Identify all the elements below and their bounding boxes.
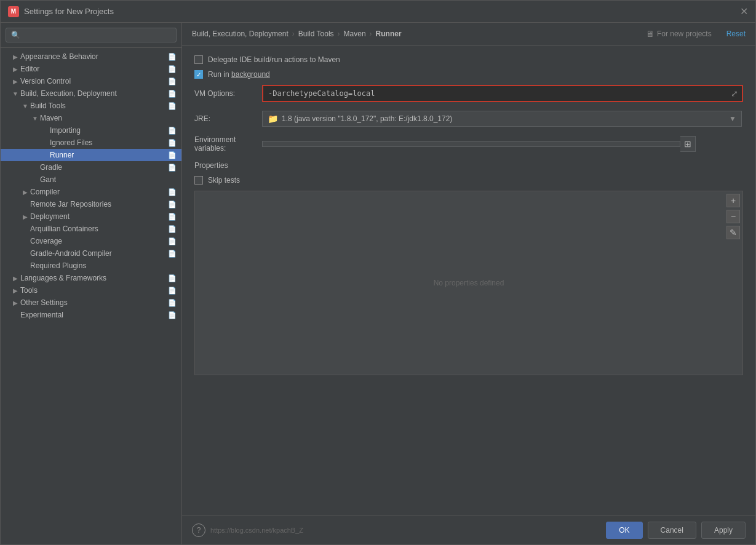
sidebar-item-appearance[interactable]: ▶ Appearance & Behavior 📄 [1, 50, 181, 63]
background-text: background [231, 70, 270, 79]
run-in-background-row: Run in background [194, 70, 743, 79]
vm-options-label: VM Options: [194, 89, 262, 98]
sidebar-item-build-tools[interactable]: ▼ Build Tools 📄 [1, 100, 181, 112]
app-icon: M [8, 6, 19, 17]
run-in-background-checkbox[interactable] [194, 70, 203, 79]
sidebar-item-ignored-files[interactable]: Ignored Files 📄 [1, 137, 181, 149]
for-new-projects-icon: 🖥 [646, 29, 655, 39]
delegate-row: Delegate IDE build/run actions to Maven [194, 55, 743, 64]
sidebar-item-label: Tools [20, 286, 168, 295]
settings-window: M Settings for New Projects ✕ ▶ Appearan… [0, 0, 756, 545]
breadcrumb-sep-2: › [338, 30, 340, 38]
jre-dropdown[interactable]: 📁 1.8 (java version "1.8.0_172", path: E… [262, 111, 742, 127]
tree-arrow: ▼ [10, 90, 20, 97]
sidebar-item-coverage[interactable]: Coverage 📄 [1, 235, 181, 247]
env-vars-label: Environment variables: [194, 135, 262, 153]
apply-button[interactable]: Apply [701, 522, 746, 539]
sidebar-item-gradle[interactable]: Gradle 📄 [1, 161, 181, 173]
sidebar-item-compiler[interactable]: ▶ Compiler 📄 [1, 186, 181, 198]
sidebar-item-label: Importing [50, 126, 168, 135]
no-properties-text: No properties defined [434, 279, 504, 287]
sidebar-item-label: Maven [40, 114, 177, 122]
window-title: Settings for New Projects [24, 7, 114, 16]
tree-arrow: ▶ [10, 300, 20, 306]
sidebar-item-label: Gradle [40, 163, 168, 172]
copy-icon: 📄 [168, 102, 177, 110]
breadcrumb-sep-1: › [292, 30, 295, 38]
sidebar-item-maven[interactable]: ▼ Maven [1, 112, 181, 124]
sidebar-item-label: Compiler [30, 188, 168, 196]
copy-icon: 📄 [168, 65, 177, 73]
expand-icon[interactable]: ⤢ [727, 86, 742, 101]
copy-icon: 📄 [168, 274, 177, 282]
jre-row: JRE: 📁 1.8 (java version "1.8.0_172", pa… [194, 111, 743, 127]
sidebar-item-version-control[interactable]: ▶ Version Control 📄 [1, 75, 181, 87]
copy-icon: 📄 [168, 78, 177, 86]
breadcrumb: Build, Execution, Deployment › Build Too… [192, 30, 646, 38]
tree-arrow: ▶ [10, 66, 20, 73]
skip-tests-checkbox[interactable] [194, 176, 203, 185]
add-property-button[interactable]: + [726, 194, 740, 207]
sidebar-item-label: Build, Execution, Deployment [20, 89, 168, 98]
properties-toolbar: + − ✎ [724, 191, 742, 242]
sidebar-item-gant[interactable]: Gant [1, 173, 181, 186]
sidebar-item-remote-jar[interactable]: Remote Jar Repositories 📄 [1, 198, 181, 210]
cancel-button[interactable]: Cancel [648, 522, 696, 539]
sidebar: ▶ Appearance & Behavior 📄 ▶ Editor 📄 ▶ V… [1, 23, 182, 544]
remove-property-button[interactable]: − [726, 210, 740, 223]
env-vars-button[interactable]: ⊞ [680, 136, 696, 152]
sidebar-item-required-plugins[interactable]: Required Plugins [1, 260, 181, 272]
copy-icon: 📄 [168, 311, 177, 319]
help-button[interactable]: ? [192, 523, 205, 537]
sidebar-item-label: Ignored Files [50, 138, 168, 147]
sidebar-item-label: Languages & Frameworks [20, 274, 168, 282]
tree-arrow: ▶ [10, 275, 20, 282]
bottom-bar: ? https://blog.csdn.net/kpachB_Z OK Canc… [182, 515, 755, 544]
copy-icon: 📄 [168, 127, 177, 135]
breadcrumb-sep-3: › [370, 30, 372, 38]
delegate-label: Delegate IDE build/run actions to Maven [208, 55, 340, 64]
sidebar-item-editor[interactable]: ▶ Editor 📄 [1, 63, 181, 75]
search-input[interactable] [6, 28, 177, 42]
settings-content: Delegate IDE build/run actions to Maven … [182, 46, 755, 515]
sidebar-item-build-execution[interactable]: ▼ Build, Execution, Deployment 📄 [1, 87, 181, 100]
copy-icon: 📄 [168, 139, 177, 147]
copy-icon: 📄 [168, 250, 177, 258]
for-new-projects: 🖥 For new projects [646, 29, 712, 39]
edit-property-button[interactable]: ✎ [726, 226, 740, 239]
sidebar-item-label: Build Tools [30, 101, 168, 110]
sidebar-tree: ▶ Appearance & Behavior 📄 ▶ Editor 📄 ▶ V… [1, 48, 181, 544]
sidebar-item-runner[interactable]: Runner 📄 [1, 149, 181, 161]
close-button[interactable]: ✕ [740, 6, 748, 17]
sidebar-item-importing[interactable]: Importing 📄 [1, 124, 181, 137]
copy-icon: 📄 [168, 53, 177, 61]
env-vars-input[interactable] [262, 141, 680, 147]
jre-label: JRE: [194, 114, 262, 123]
sidebar-item-tools[interactable]: ▶ Tools 📄 [1, 284, 181, 296]
tree-arrow: ▼ [20, 103, 30, 109]
copy-icon: 📄 [168, 287, 177, 295]
sidebar-item-languages[interactable]: ▶ Languages & Frameworks 📄 [1, 272, 181, 284]
vm-options-input[interactable] [263, 87, 727, 100]
breadcrumb-part-1: Build, Execution, Deployment [192, 30, 288, 38]
sidebar-item-arquillian[interactable]: Arquillian Containers 📄 [1, 223, 181, 235]
tree-arrow: ▶ [20, 189, 30, 196]
jre-value: 1.8 (java version "1.8.0_172", path: E:/… [282, 114, 729, 123]
properties-label: Properties [194, 161, 743, 170]
for-new-projects-label: For new projects [657, 30, 712, 38]
tree-arrow: ▶ [10, 78, 20, 85]
reset-button[interactable]: Reset [726, 30, 746, 38]
sidebar-item-experimental[interactable]: Experimental 📄 [1, 309, 181, 321]
copy-icon: 📄 [168, 164, 177, 172]
sidebar-item-gradle-android[interactable]: Gradle-Android Compiler 📄 [1, 247, 181, 260]
sidebar-item-label: Required Plugins [30, 261, 177, 270]
copy-icon: 📄 [168, 188, 177, 196]
sidebar-item-deployment[interactable]: ▶ Deployment 📄 [1, 210, 181, 223]
vm-options-row: VM Options: ⤢ [194, 85, 743, 102]
delegate-checkbox[interactable] [194, 55, 203, 64]
copy-icon: 📄 [168, 90, 177, 98]
sidebar-item-label: Appearance & Behavior [20, 52, 168, 61]
sidebar-item-label: Arquillian Containers [30, 225, 168, 233]
sidebar-item-other-settings[interactable]: ▶ Other Settings 📄 [1, 296, 181, 309]
ok-button[interactable]: OK [606, 522, 642, 539]
